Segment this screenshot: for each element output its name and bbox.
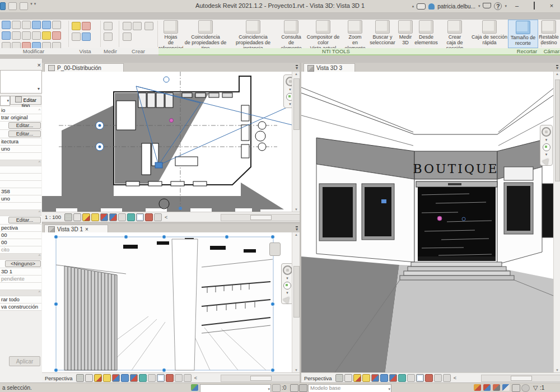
- zoom-icon[interactable]: [286, 93, 292, 101]
- crop-handle[interactable]: [271, 302, 275, 306]
- pin-icon[interactable]: ^: [39, 107, 40, 114]
- medir-3d-button[interactable]: Medir3D: [397, 20, 414, 48]
- plan-hscrollbar[interactable]: [221, 214, 300, 221]
- create-assembly-icon[interactable]: [144, 22, 153, 30]
- shadows-icon[interactable]: [362, 374, 370, 382]
- section-head[interactable]: [164, 77, 169, 82]
- steering-wheel-icon[interactable]: [283, 265, 292, 275]
- sun-path-icon[interactable]: [94, 374, 102, 382]
- show-crop-region-icon[interactable]: [130, 374, 138, 382]
- temporary-hide-isolate-icon[interactable]: [118, 213, 126, 221]
- tab-vista-3d-3[interactable]: Vista 3D 3: [304, 63, 355, 72]
- type-selector-caret-icon[interactable]: ▾: [38, 86, 40, 91]
- editable-only-icon[interactable]: [272, 384, 281, 392]
- camera-element[interactable]: [155, 162, 162, 168]
- property-value[interactable]: uno: [0, 146, 41, 153]
- select-underlay-icon[interactable]: [483, 384, 491, 391]
- unlock-view-icon[interactable]: [398, 374, 406, 382]
- property-value[interactable]: uno: [0, 195, 41, 203]
- coincidencia-instancia-button[interactable]: Coincidenciapropiedades de instancia: [228, 20, 278, 48]
- join-icon[interactable]: [42, 21, 51, 29]
- detail-level-icon[interactable]: [64, 213, 72, 221]
- property-value[interactable]: pendiente: [0, 276, 41, 283]
- plan-canvas[interactable]: ▾ ▾: [42, 72, 292, 212]
- wheel-caret-icon[interactable]: ▾: [289, 87, 291, 92]
- create-similar-icon[interactable]: [133, 22, 142, 30]
- edit-button[interactable]: Editar...: [8, 217, 41, 223]
- help-caret-icon[interactable]: ▾: [505, 4, 507, 8]
- user-avatar-icon[interactable]: [428, 3, 435, 10]
- compositor-color-button[interactable]: Compositor de colorVista actual: [304, 20, 342, 48]
- unlock-view-icon[interactable]: [139, 374, 147, 382]
- property-value[interactable]: va construcción: [0, 304, 41, 311]
- split-icon[interactable]: [52, 21, 61, 29]
- modify-tool-icon[interactable]: [2, 21, 11, 29]
- search-collapse-icon[interactable]: ▴: [412, 4, 414, 8]
- worksets-combo[interactable]: ▾: [200, 384, 271, 392]
- property-value[interactable]: 3D 1: [0, 268, 41, 276]
- sun-path-icon[interactable]: [82, 213, 90, 221]
- steering-wheel-icon[interactable]: [542, 127, 551, 137]
- selected-point[interactable]: [170, 119, 174, 123]
- v3d1-vscrollbar[interactable]: ▲ ▼: [292, 232, 300, 372]
- user-menu-caret-icon[interactable]: ▾: [478, 4, 480, 8]
- scroll-thumb[interactable]: [511, 376, 532, 381]
- elevation-marker[interactable]: [255, 131, 265, 141]
- crear-caja-seccion-button[interactable]: Crearcaja de sección: [438, 20, 471, 48]
- design-options-icon[interactable]: [290, 384, 298, 392]
- type-selector[interactable]: ▾: [0, 70, 42, 94]
- apply-button[interactable]: Aplicar: [9, 356, 40, 366]
- v3d1-canvas[interactable]: ▾ ▾: [42, 232, 292, 372]
- select-links-icon[interactable]: [474, 384, 481, 391]
- control-bar-collapse-icon[interactable]: <: [165, 214, 167, 220]
- brush-icon[interactable]: [82, 22, 91, 30]
- restablecer-destino-button[interactable]: Restabledestino: [538, 20, 559, 48]
- detail-level-icon[interactable]: [335, 374, 343, 382]
- temporary-view-properties-icon[interactable]: [425, 374, 433, 382]
- edit-button[interactable]: Editar...: [8, 130, 41, 137]
- mirror-icon[interactable]: [22, 31, 31, 40]
- caja-seccion-rapida-button[interactable]: Caja de secciónrápida: [471, 20, 508, 48]
- crop-view-icon[interactable]: [121, 374, 129, 382]
- detail-level-icon[interactable]: [76, 374, 84, 382]
- temporary-hide-isolate-icon[interactable]: [148, 374, 156, 382]
- property-value[interactable]: rar todo: [0, 296, 41, 304]
- consulta-elemento-button[interactable]: Consultade elemento: [278, 20, 304, 48]
- reset-icon[interactable]: [521, 384, 530, 392]
- crop-handle[interactable]: [54, 302, 58, 306]
- property-group-header[interactable]: ^: [0, 290, 41, 296]
- edit-button[interactable]: Editar...: [8, 122, 41, 129]
- property-value[interactable]: [0, 174, 41, 181]
- desde-elementos-button[interactable]: Desdeelementos: [414, 20, 438, 48]
- wheel-caret-icon[interactable]: ▾: [545, 138, 548, 142]
- v3d3-vscrollbar[interactable]: ▲ ▼: [553, 72, 560, 372]
- create-group-icon[interactable]: [123, 22, 132, 30]
- help-icon[interactable]: ?: [494, 2, 502, 10]
- elevation-marker[interactable]: [258, 143, 266, 151]
- property-value[interactable]: pectiva: [0, 225, 41, 232]
- control-bar-collapse-icon[interactable]: <: [194, 375, 197, 381]
- ninguno-button[interactable]: <Ninguno>: [5, 260, 41, 267]
- scroll-up-icon[interactable]: ▲: [292, 72, 300, 76]
- type-combo[interactable]: ▾: [0, 96, 10, 106]
- property-value[interactable]: itectura: [0, 138, 41, 146]
- crop-handle[interactable]: [225, 235, 229, 239]
- tab-p00-distribucion[interactable]: P_00-Distribución: [44, 63, 124, 72]
- show-icon[interactable]: [82, 32, 91, 41]
- tab-close-icon[interactable]: ×: [85, 226, 88, 232]
- worksets-icon[interactable]: [191, 384, 198, 391]
- filter-count[interactable]: :1: [540, 385, 544, 391]
- temporary-view-properties-icon[interactable]: [136, 213, 144, 221]
- property-value[interactable]: io^: [0, 107, 41, 114]
- zoom-icon[interactable]: [543, 143, 550, 151]
- view-mode[interactable]: Perspectiva: [304, 375, 332, 381]
- property-group-header[interactable]: ^: [0, 254, 41, 260]
- selected-point[interactable]: [437, 216, 442, 221]
- hide-icon[interactable]: [72, 32, 81, 41]
- property-value[interactable]: [0, 181, 41, 188]
- edit-type-button[interactable]: Editar tipo: [10, 96, 41, 105]
- crop-handle[interactable]: [271, 235, 275, 239]
- property-value[interactable]: 00: [0, 239, 41, 246]
- sun-path-icon[interactable]: [353, 374, 361, 382]
- v3d3-hscrollbar[interactable]: [481, 375, 560, 382]
